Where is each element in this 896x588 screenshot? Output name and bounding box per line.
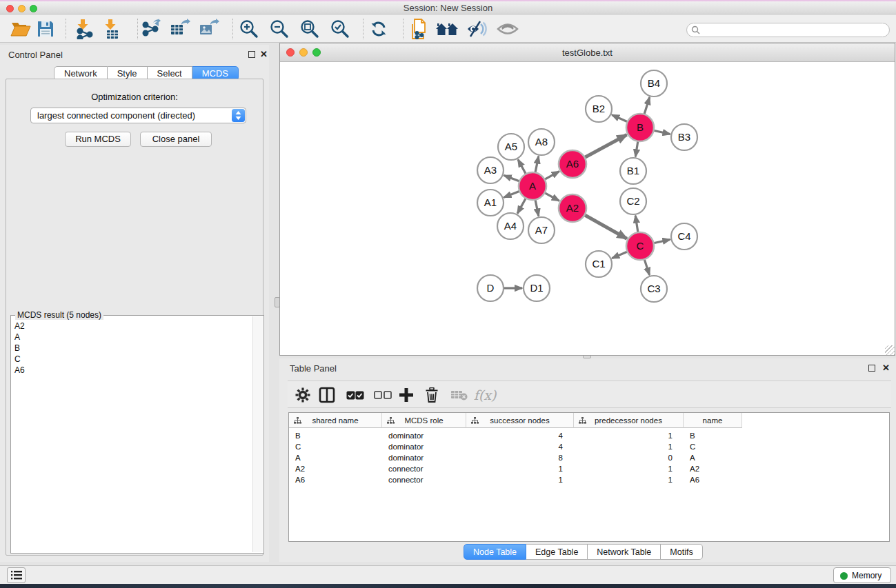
run-mcds-button[interactable]: Run MCDS (65, 132, 131, 147)
show-graphics-details-icon[interactable] (495, 17, 520, 41)
node-A1[interactable]: A1 (477, 190, 504, 216)
edge-C-C1[interactable] (612, 252, 627, 258)
tab-node-table[interactable]: Node Table (464, 544, 526, 560)
home-icon[interactable] (435, 17, 459, 41)
float-panel-icon[interactable] (868, 365, 875, 372)
edge-A-A1[interactable] (504, 191, 520, 197)
cell[interactable]: 1 (574, 430, 684, 441)
refresh-icon[interactable] (366, 17, 391, 41)
cell[interactable]: 8 (466, 452, 574, 463)
memory-button[interactable]: Memory (833, 567, 891, 583)
criterion-select[interactable]: largest connected component (directed) (30, 108, 246, 123)
node-B1[interactable]: B1 (620, 158, 646, 184)
table-row-A2[interactable]: A2connector11A2 (289, 463, 889, 474)
node-A3[interactable]: A3 (477, 157, 504, 183)
export-network-icon[interactable] (139, 17, 163, 41)
node-C2[interactable]: C2 (620, 188, 646, 214)
result-list-item[interactable]: A6 (13, 365, 251, 376)
cell[interactable]: 1 (574, 441, 684, 452)
node-A8[interactable]: A8 (528, 129, 555, 155)
search-input[interactable] (704, 24, 886, 36)
open-session-icon[interactable] (8, 17, 33, 41)
node-A4[interactable]: A4 (497, 213, 524, 239)
edge-A-A5[interactable] (518, 159, 526, 174)
table-row-C[interactable]: Cdominator41C (289, 441, 889, 452)
edge-B-B2[interactable] (612, 115, 628, 122)
edge-A-A8[interactable] (535, 156, 539, 173)
node-C4[interactable]: C4 (671, 223, 697, 250)
cell[interactable]: 4 (466, 430, 574, 441)
cell[interactable]: A (289, 452, 382, 463)
zoom-fit-icon[interactable] (297, 17, 322, 41)
export-table-icon[interactable] (168, 17, 192, 41)
window-resize-grip[interactable] (885, 345, 895, 355)
cell[interactable]: A (684, 452, 742, 463)
edge-A2-C[interactable] (584, 215, 626, 239)
node-C[interactable]: C (626, 232, 654, 260)
cell[interactable]: A2 (289, 463, 382, 474)
import-network-icon[interactable] (72, 17, 97, 41)
cell[interactable]: 0 (574, 452, 684, 463)
node-D[interactable]: D (477, 275, 504, 301)
cell[interactable]: dominator (382, 441, 466, 452)
float-panel-icon[interactable] (248, 51, 255, 58)
cell[interactable]: A6 (684, 474, 742, 485)
tab-network-table[interactable]: Network Table (588, 544, 661, 560)
import-table-icon[interactable] (99, 17, 124, 41)
result-list-item[interactable]: A2 (13, 321, 251, 332)
cell[interactable]: 1 (466, 463, 574, 474)
column-header-name[interactable]: name (684, 413, 742, 428)
cell[interactable]: A6 (289, 474, 382, 485)
node-C3[interactable]: C3 (641, 276, 667, 302)
cell[interactable]: C (684, 441, 742, 452)
edge-B-B1[interactable] (635, 141, 638, 157)
cell[interactable]: dominator (382, 452, 466, 463)
node-A5[interactable]: A5 (498, 134, 524, 160)
node-A2[interactable]: A2 (559, 194, 586, 222)
column-visibility-icon[interactable] (316, 384, 338, 406)
cell[interactable]: 1 (466, 474, 574, 485)
table-row-A6[interactable]: A6connector11A6 (289, 474, 889, 485)
hide-graphics-details-icon[interactable] (464, 17, 489, 41)
network-canvas[interactable]: B4B2BB3A8A5A6A3B1AC2A1A2A4A7C4CC1DD1C3 (280, 62, 895, 355)
node-B[interactable]: B (626, 114, 654, 141)
cell[interactable]: C (289, 441, 382, 452)
edge-B-B3[interactable] (654, 130, 670, 134)
task-history-button[interactable] (7, 567, 26, 583)
node-B3[interactable]: B3 (671, 124, 697, 150)
save-session-icon[interactable] (33, 17, 58, 41)
cell[interactable]: connector (382, 474, 466, 485)
result-list-item[interactable]: C (13, 354, 251, 365)
table-row-B[interactable]: Bdominator41B (289, 430, 889, 441)
zoom-selected-icon[interactable] (328, 17, 352, 41)
deselect-all-rows-icon[interactable] (372, 384, 394, 406)
edge-C-C2[interactable] (635, 216, 638, 232)
close-panel-icon[interactable]: ✕ (260, 49, 268, 59)
close-panel-button[interactable]: Close panel (140, 132, 212, 147)
edge-C-C3[interactable] (644, 259, 649, 275)
table-row-A[interactable]: Adominator80A (289, 452, 889, 463)
node-B4[interactable]: B4 (641, 70, 667, 97)
select-all-rows-icon[interactable] (344, 384, 366, 406)
edge-A-A6[interactable] (545, 172, 559, 180)
node-A[interactable]: A (519, 172, 546, 200)
tab-edge-table[interactable]: Edge Table (526, 544, 588, 560)
node-D1[interactable]: D1 (524, 275, 550, 301)
column-header-shared-name[interactable]: shared name (289, 413, 382, 428)
node-A6[interactable]: A6 (559, 150, 586, 178)
cell[interactable]: connector (382, 463, 466, 474)
result-list-item[interactable]: B (13, 343, 251, 354)
node-A7[interactable]: A7 (528, 217, 555, 243)
column-header-successor-nodes[interactable]: successor nodes (466, 413, 574, 428)
delete-column-icon[interactable] (421, 384, 443, 406)
edge-A6-B[interactable] (585, 134, 627, 157)
cell[interactable]: B (684, 430, 742, 441)
node-B2[interactable]: B2 (586, 96, 612, 122)
cell[interactable]: A2 (684, 463, 742, 474)
close-panel-icon[interactable]: ✕ (882, 363, 890, 373)
cell[interactable]: 4 (466, 441, 574, 452)
clone-network-icon[interactable] (407, 17, 432, 41)
tab-motifs[interactable]: Motifs (661, 544, 702, 560)
add-column-icon[interactable] (395, 384, 417, 406)
edge-B-B4[interactable] (644, 97, 650, 114)
